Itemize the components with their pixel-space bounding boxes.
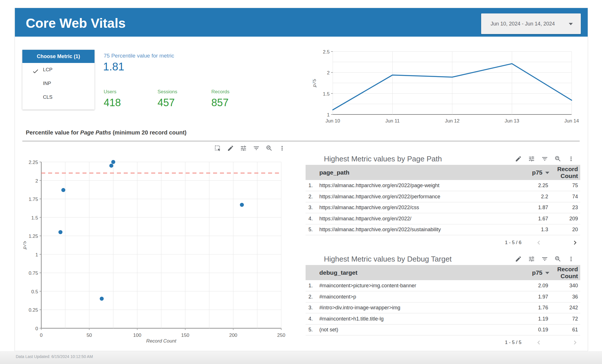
row-p75: 1.97 [538, 291, 548, 302]
svg-text:Jun 10: Jun 10 [325, 118, 340, 124]
column-header-p75[interactable]: p75 [532, 265, 549, 280]
kpi-users: Users418 [104, 89, 155, 109]
filter-icon[interactable] [541, 256, 548, 262]
column-header-record-count[interactable]: RecordCount [557, 266, 578, 280]
row-index: 5. [306, 324, 313, 335]
scatter-point[interactable] [58, 230, 62, 234]
tune-icon[interactable] [528, 155, 535, 162]
check-icon [32, 66, 39, 73]
row-index: 2. [306, 191, 313, 202]
row-dimension: #intro>div.intro-image-wrapper>img [319, 302, 400, 313]
svg-text:100: 100 [133, 333, 141, 338]
column-header-p75[interactable]: p75 [532, 165, 549, 180]
table-row[interactable]: 2.https://almanac.httparchive.org/en/202… [306, 191, 580, 202]
row-p75: 1.76 [538, 302, 548, 313]
table-pagination: 1 - 5 / 5 [505, 339, 579, 347]
row-record-count: 23 [572, 202, 578, 213]
kpi-label: Records [211, 89, 263, 95]
row-index: 3. [306, 202, 313, 213]
row-record-count: 36 [572, 291, 578, 302]
table-row[interactable]: 4.https://almanac.httparchive.org/en/202… [306, 213, 580, 224]
table-title: Highest Metric values by Debug Target [324, 255, 452, 264]
svg-text:150: 150 [181, 333, 189, 338]
table-toolbar [515, 256, 581, 262]
percentile-metric-label: 75 Percentile value for metric [104, 53, 174, 59]
line-chart[interactable]: 11.522.5Jun 10Jun 11Jun 12Jun 13Jun 14p7… [313, 44, 591, 138]
scatter-point[interactable] [240, 203, 244, 207]
scatter-point[interactable] [61, 188, 65, 192]
row-dimension: https://almanac.httparchive.org/en/2022/… [319, 180, 439, 191]
table-pagination: 1 - 5 / 6 [505, 239, 579, 247]
table-row[interactable]: 3.#intro>div.intro-image-wrapper>img1.76… [306, 302, 580, 313]
edit-icon[interactable] [227, 145, 234, 152]
edit-icon[interactable] [515, 155, 522, 162]
tune-icon[interactable] [240, 145, 247, 152]
page-next-icon[interactable] [571, 239, 579, 247]
row-record-count: 209 [569, 213, 578, 224]
metric-option-cls[interactable]: CLS [22, 90, 95, 104]
scatter-point[interactable] [100, 297, 104, 301]
svg-text:1: 1 [36, 252, 38, 258]
metric-option-inp[interactable]: INP [22, 77, 95, 90]
svg-text:0.75: 0.75 [29, 270, 38, 276]
svg-text:0: 0 [40, 333, 42, 338]
table-row[interactable]: 1.#maincontent>picture>img.content-banne… [306, 280, 580, 291]
table-row[interactable]: 4.#maincontent>h1.title.title-lg1.1972 [306, 313, 580, 325]
more-icon[interactable] [279, 145, 286, 152]
column-header-dimension[interactable]: page_path [319, 165, 349, 180]
scatter-point[interactable] [111, 160, 115, 164]
kpi-sessions: Sessions457 [158, 89, 209, 109]
filter-icon[interactable] [253, 145, 260, 152]
row-p75: 1.19 [538, 313, 548, 324]
kpi-label: Users [104, 89, 155, 95]
edit-icon[interactable] [515, 256, 522, 262]
scatter-chart-toolbar [214, 145, 292, 152]
filter-icon[interactable] [541, 155, 548, 162]
table-row[interactable]: 5.(not set)0.1961 [306, 324, 580, 335]
row-index: 1. [306, 180, 313, 191]
row-index: 4. [306, 213, 313, 224]
svg-text:50: 50 [86, 333, 92, 338]
svg-text:p75: p75 [23, 241, 27, 250]
row-dimension: https://almanac.httparchive.org/en/2022/ [319, 213, 411, 224]
metric-selector-header[interactable]: Choose Metric (1) [22, 50, 95, 63]
column-header-dimension[interactable]: debug_target [319, 265, 357, 280]
kpi-value: 857 [211, 97, 263, 109]
row-index: 2. [306, 291, 313, 302]
more-icon[interactable] [568, 155, 575, 162]
table-row[interactable]: 3.https://almanac.httparchive.org/en/202… [306, 202, 580, 213]
kpi-records: Records857 [211, 89, 263, 109]
tune-icon[interactable] [528, 256, 535, 262]
date-range-picker[interactable]: Jun 10, 2024 - Jun 14, 2024 [481, 13, 581, 34]
svg-text:2.5: 2.5 [323, 49, 330, 55]
table-header-row: debug_targetp75RecordCount [306, 265, 580, 280]
row-index: 5. [306, 224, 313, 235]
more-icon[interactable] [568, 256, 575, 262]
zoom-icon[interactable] [554, 256, 561, 262]
metric-option-lcp[interactable]: LCP [22, 63, 95, 77]
column-header-record-count[interactable]: RecordCount [557, 166, 578, 179]
kpi-value: 418 [104, 97, 155, 109]
page-prev-icon[interactable] [535, 339, 543, 347]
table-row[interactable]: 5.https://almanac.httparchive.org/en/202… [306, 224, 580, 235]
row-index: 4. [306, 313, 313, 324]
row-dimension: (not set) [319, 324, 338, 335]
table-row[interactable]: 1.https://almanac.httparchive.org/en/202… [306, 180, 580, 191]
zoom-icon[interactable] [554, 155, 561, 162]
table-toolbar [515, 155, 581, 162]
zoom-icon[interactable] [266, 145, 273, 152]
table-row[interactable]: 2.#maincontent>p1.9736 [306, 291, 580, 302]
marquee-icon[interactable] [214, 145, 221, 152]
row-dimension: https://almanac.httparchive.org/en/2022/… [319, 224, 441, 235]
page-prev-icon[interactable] [535, 239, 543, 247]
scatter-point[interactable] [109, 164, 113, 168]
scatter-chart[interactable]: 00.250.50.7511.251.51.7522.2505010015020… [23, 155, 295, 349]
table-header-row: page_pathp75RecordCount [306, 165, 580, 180]
page-next-icon[interactable] [571, 339, 579, 347]
row-record-count: 340 [569, 280, 578, 291]
row-p75: 2.09 [538, 280, 548, 291]
svg-text:1.75: 1.75 [29, 197, 38, 202]
row-index: 3. [306, 302, 313, 313]
svg-text:2: 2 [36, 178, 38, 184]
metric-option-label: INP [43, 77, 51, 90]
